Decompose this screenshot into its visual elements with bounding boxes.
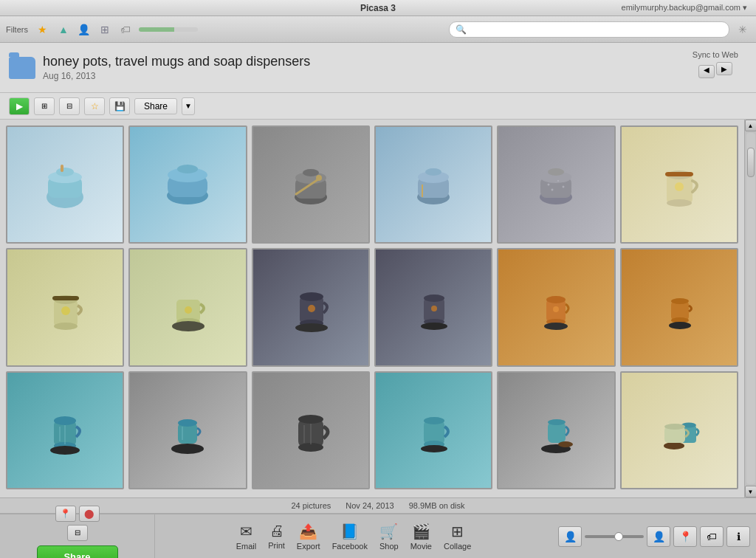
sync-right-button[interactable]: ▶ (716, 62, 732, 75)
svg-rect-4 (61, 165, 63, 172)
svg-point-31 (675, 182, 684, 191)
right-tools: 👤 👤 📍 🏷 ℹ (552, 514, 756, 558)
bottom-toolbar: 📍 ⬤ ⊟ Share ✉ Email 🖨 Print 📤 Export 📘 F… (0, 514, 756, 558)
bottom-action-shop[interactable]: 🛒 Shop (379, 523, 399, 551)
svg-point-67 (171, 444, 204, 454)
svg-point-64 (50, 446, 80, 455)
svg-point-86 (664, 442, 684, 450)
svg-point-62 (54, 416, 76, 425)
svg-point-25 (551, 189, 554, 191)
sync-left-button[interactable]: ◀ (698, 65, 715, 78)
photo-thumb[interactable] (497, 125, 615, 244)
export-icon: 📤 (299, 523, 317, 540)
tag-button[interactable]: 🏷 (700, 526, 724, 547)
filter-person-button[interactable]: 👤 (75, 21, 93, 38)
left-tool-btn-2[interactable]: ⬤ (79, 506, 100, 522)
bottom-action-facebook[interactable]: 📘 Facebook (332, 523, 368, 551)
photo-thumb[interactable] (620, 248, 738, 366)
left-tools: 📍 ⬤ ⊟ Share (0, 514, 155, 558)
left-tool-btn-3[interactable]: ⊟ (67, 525, 88, 541)
bottom-action-email[interactable]: ✉ Email (236, 523, 257, 551)
svg-point-83 (558, 441, 573, 447)
photo-thumb[interactable] (620, 125, 738, 244)
sync-label: Sync to Web (693, 50, 738, 59)
scroll-thumb[interactable] (747, 148, 755, 177)
svg-point-45 (308, 305, 315, 312)
export-label: Export (297, 542, 320, 551)
scroll-up-button[interactable]: ▲ (745, 120, 757, 131)
user-email[interactable]: emilymurphy.backup@gmail.com ▾ (622, 3, 747, 13)
svg-point-50 (421, 323, 447, 330)
movie-label: Movie (410, 542, 432, 551)
main-content: ▲ ▼ (0, 120, 756, 497)
photo-thumb[interactable] (497, 248, 615, 366)
people-button[interactable]: 👤 (647, 526, 670, 547)
titlebar: Picasa 3 emilymurphy.backup@gmail.com ▾ (0, 0, 756, 16)
bottom-share-button[interactable]: Share (37, 545, 118, 559)
filter-slider[interactable] (139, 27, 198, 32)
photo-thumb[interactable] (128, 371, 247, 489)
status-bar: 24 pictures Nov 24, 2013 98.9MB on disk (0, 497, 756, 514)
share-dropdown-button[interactable]: ▼ (182, 97, 195, 115)
status-date: Nov 24, 2013 (346, 501, 394, 510)
svg-point-23 (548, 168, 564, 176)
photo-thumb[interactable] (252, 248, 370, 366)
pin-button[interactable]: 📍 (673, 526, 697, 547)
photo-thumb[interactable] (497, 371, 615, 489)
slideshow-button[interactable]: ▶ (9, 97, 30, 115)
search-input[interactable] (470, 24, 723, 35)
svg-point-26 (563, 186, 565, 188)
scroll-track[interactable] (746, 133, 755, 484)
svg-point-18 (425, 168, 441, 176)
sync-area: Sync to Web ◀ ▶ (693, 50, 738, 78)
filter-star-button[interactable]: ★ (34, 21, 52, 38)
search-icon: 🔍 (456, 24, 467, 35)
left-tool-btn-1[interactable]: 📍 (55, 506, 76, 522)
photo-thumb[interactable] (128, 248, 247, 366)
filter-upload-button[interactable]: ▲ (55, 21, 72, 38)
filter-tag-button[interactable]: 🏷 (117, 21, 134, 38)
photo-thumb[interactable] (374, 371, 492, 489)
thumbnail-size-slider[interactable] (585, 535, 644, 538)
left-tools-row2: ⊟ (67, 525, 88, 541)
bottom-action-movie[interactable]: 🎬 Movie (410, 523, 432, 551)
info-button[interactable]: ℹ (726, 526, 750, 547)
svg-point-53 (546, 296, 566, 303)
face-detect-icon-btn[interactable]: 👤 (558, 526, 582, 547)
slider-handle[interactable] (614, 532, 623, 541)
photo-thumb[interactable] (252, 371, 370, 489)
photo-thumb[interactable] (6, 248, 124, 366)
photo-thumb[interactable] (6, 125, 124, 244)
photo-thumb[interactable] (374, 248, 492, 366)
action-bar: ▶ ⊞ ⊟ ☆ 💾 Share ▼ (0, 93, 756, 120)
photo-thumb[interactable] (128, 125, 247, 244)
scroll-down-button[interactable]: ▼ (745, 486, 757, 497)
share-button[interactable]: Share (134, 98, 177, 114)
save-button[interactable]: 💾 (109, 97, 130, 115)
shop-icon: 🛒 (379, 523, 398, 540)
filters-label: Filters (6, 25, 28, 34)
center-tools: ✉ Email 🖨 Print 📤 Export 📘 Facebook 🛒 Sh… (155, 514, 552, 558)
svg-point-30 (667, 199, 692, 207)
edit-collage-button[interactable]: ⊞ (34, 97, 55, 115)
svg-point-58 (671, 298, 689, 304)
svg-point-55 (544, 323, 568, 330)
face-detect-slider: 👤 (558, 526, 644, 547)
svg-point-43 (300, 292, 323, 301)
svg-rect-37 (52, 296, 79, 300)
search-box: 🔍 (449, 21, 729, 38)
bottom-action-print[interactable]: 🖨 Print (268, 523, 285, 550)
grid-view-button[interactable]: ⊟ (59, 97, 80, 115)
photo-thumb[interactable] (620, 371, 738, 489)
svg-point-40 (172, 321, 205, 331)
svg-point-36 (61, 306, 70, 315)
photo-thumb[interactable] (6, 371, 124, 489)
photo-thumb[interactable] (374, 125, 492, 244)
svg-point-60 (669, 322, 691, 329)
photo-thumb[interactable] (252, 125, 370, 244)
star-button[interactable]: ☆ (84, 97, 105, 115)
svg-point-27 (557, 180, 559, 182)
bottom-action-collage[interactable]: ⊞ Collage (444, 523, 471, 551)
bottom-action-export[interactable]: 📤 Export (297, 523, 320, 551)
filter-grid-button[interactable]: ⊞ (96, 21, 114, 38)
